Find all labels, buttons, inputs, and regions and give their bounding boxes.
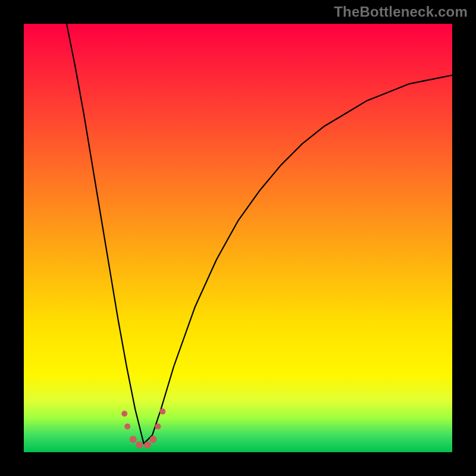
curve-marker	[149, 436, 156, 443]
curve-marker	[155, 424, 161, 430]
chart-frame: TheBottleneck.com	[0, 0, 476, 476]
curve-marker	[136, 441, 143, 449]
curve-marker	[124, 424, 130, 430]
curve-marker	[130, 436, 137, 443]
curve-marker	[159, 409, 165, 415]
curve-layer	[24, 24, 452, 452]
curve-marker	[144, 441, 151, 449]
curve-marker	[121, 411, 127, 416]
plot-area	[24, 24, 452, 452]
bottleneck-curve	[67, 24, 452, 444]
watermark-text: TheBottleneck.com	[334, 4, 468, 20]
